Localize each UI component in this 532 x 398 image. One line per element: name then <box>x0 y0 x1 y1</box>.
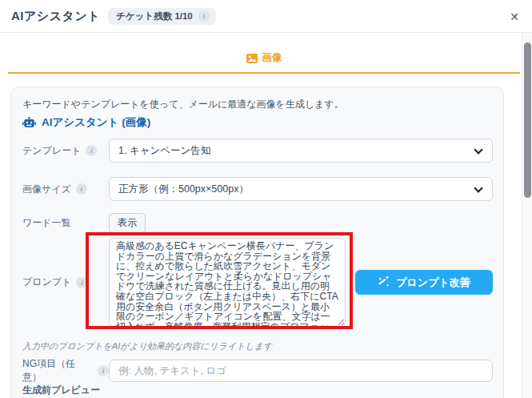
panel-description: キーワードやテンプレートを使って、メールに最適な画像を生成します。 <box>22 98 344 111</box>
tab-bar: 画像 <box>8 33 520 74</box>
image-icon <box>246 54 258 63</box>
tab-image[interactable]: 画像 <box>243 51 286 72</box>
prompt-textarea[interactable]: 高級感のあるECキャンペーン横長バナー、ブランドカラーの上質で滑らかなグラデーシ… <box>109 238 346 327</box>
template-label-text: テンプレート <box>22 144 81 158</box>
magic-wand-icon <box>378 276 390 288</box>
scrollbar-track[interactable] <box>522 33 532 398</box>
word-list-field: 表示 <box>109 213 493 233</box>
ticket-count-label: チケット残数 1/10 <box>116 10 193 22</box>
info-icon[interactable]: i <box>198 10 210 22</box>
image-size-label: 画像サイズ i <box>22 183 109 196</box>
dialog-header: AIアシスタント チケット残数 1/10 i ✕ <box>0 0 532 33</box>
ai-assistant-dialog: AIアシスタント チケット残数 1/10 i ✕ 画像 キーワードやテンプレート… <box>0 0 532 398</box>
image-size-row: 画像サイズ i 正方形（例：500px×500px） <box>22 177 493 201</box>
ticket-count-badge: チケット残数 1/10 i <box>108 8 216 25</box>
pre-generation-preview-label: 生成前プレビュー <box>22 384 100 397</box>
ng-items-label: NG項目（任意） i <box>22 357 109 384</box>
template-field: 1. キャンペーン告知 <box>109 139 493 163</box>
prompt-row: プロンプト i 高級感のあるECキャンペーン横長バナー、ブランドカラーの上質で滑… <box>22 238 493 327</box>
prompt-helper-text: 入力中のプロンプトをAIがより効果的な内容にリライトします <box>22 340 272 352</box>
prompt-label-text: プロンプト <box>22 275 71 289</box>
ng-items-row: NG項目（任意） i <box>22 357 493 384</box>
tab-image-label: 画像 <box>262 51 282 65</box>
image-generator-panel: キーワードやテンプレートを使って、メールに最適な画像を生成します。 AIアシスタ… <box>10 86 504 398</box>
info-icon[interactable]: i <box>98 365 109 376</box>
ng-items-label-text: NG項目（任意） <box>22 357 93 384</box>
panel-heading-label: AIアシスタント (画像) <box>42 115 150 130</box>
template-row: テンプレート i 1. キャンペーン告知 <box>22 139 493 163</box>
word-list-label-text: ワード一覧 <box>22 216 71 230</box>
panel-heading: AIアシスタント (画像) <box>22 115 150 130</box>
ng-items-field <box>109 360 493 382</box>
info-icon[interactable]: i <box>76 277 87 288</box>
improve-prompt-button[interactable]: プロンプト改善 <box>355 270 493 295</box>
template-label: テンプレート i <box>22 144 109 158</box>
image-size-label-text: 画像サイズ <box>22 183 71 196</box>
close-icon[interactable]: ✕ <box>506 9 522 25</box>
info-icon[interactable]: i <box>76 183 87 195</box>
prompt-field: 高級感のあるECキャンペーン横長バナー、ブランドカラーの上質で滑らかなグラデーシ… <box>109 238 493 327</box>
ng-items-input[interactable] <box>109 360 493 382</box>
image-size-field: 正方形（例：500px×500px） <box>109 177 493 201</box>
robot-icon <box>22 117 36 129</box>
dialog-title: AIアシスタント <box>11 9 100 24</box>
word-list-row: ワード一覧 表示 <box>22 213 493 233</box>
info-icon[interactable]: i <box>86 145 97 156</box>
image-size-select[interactable]: 正方形（例：500px×500px） <box>109 177 493 201</box>
template-select[interactable]: 1. キャンペーン告知 <box>109 139 493 163</box>
prompt-label: プロンプト i <box>22 275 109 289</box>
improve-prompt-label: プロンプト改善 <box>396 275 470 290</box>
word-list-label: ワード一覧 <box>22 216 109 230</box>
scrollbar-thumb[interactable] <box>524 42 531 198</box>
show-words-button[interactable]: 表示 <box>109 213 146 233</box>
